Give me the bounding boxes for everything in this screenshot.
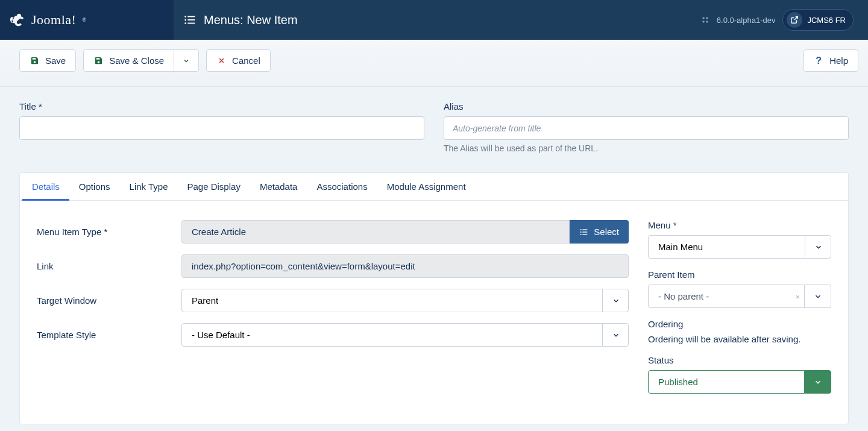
tab-metadata[interactable]: Metadata bbox=[250, 173, 307, 200]
tab-options[interactable]: Options bbox=[69, 173, 120, 200]
svg-point-10 bbox=[580, 229, 582, 230]
tab-associations[interactable]: Associations bbox=[307, 173, 377, 200]
svg-point-14 bbox=[580, 234, 582, 235]
joomla-icon bbox=[10, 11, 27, 28]
template-row: Template Style bbox=[37, 323, 629, 347]
menu-field: Menu * bbox=[648, 220, 831, 259]
version-label: 6.0.0-alpha1-dev bbox=[717, 16, 776, 25]
svg-point-2 bbox=[184, 19, 186, 21]
select-label: Select bbox=[594, 227, 619, 237]
status-value[interactable]: Published bbox=[648, 370, 805, 394]
header-right: 6.0.0-alpha1-dev JCMS6 FR bbox=[701, 9, 868, 31]
title-field-wrap: Title * bbox=[19, 101, 424, 153]
link-value: index.php?option=com_content&view=form&l… bbox=[181, 254, 629, 278]
header-bar: Joomla!® Menus: New Item 6.0.0-alpha1-de… bbox=[0, 0, 868, 40]
help-label: Help bbox=[829, 55, 848, 66]
parent-label: Parent Item bbox=[648, 269, 831, 280]
template-label: Template Style bbox=[37, 330, 181, 340]
ordering-text: Ordering will be available after saving. bbox=[648, 334, 831, 344]
svg-point-4 bbox=[184, 22, 186, 24]
target-label: Target Window bbox=[37, 295, 181, 306]
tab-module-assignment[interactable]: Module Assignment bbox=[377, 173, 476, 200]
save-button[interactable]: Save bbox=[19, 49, 76, 72]
tab-body: Menu Item Type * Create Article Select L… bbox=[20, 201, 848, 424]
brand-cell: Joomla!® bbox=[0, 0, 174, 40]
title-input[interactable] bbox=[19, 116, 424, 140]
svg-rect-11 bbox=[583, 229, 588, 230]
chevron-down-icon bbox=[183, 57, 190, 64]
menu-item-type-label: Menu Item Type * bbox=[37, 227, 181, 237]
status-field: Status Published bbox=[648, 355, 831, 394]
tab-link-type[interactable]: Link Type bbox=[120, 173, 178, 200]
target-row: Target Window bbox=[37, 289, 629, 312]
target-select[interactable] bbox=[181, 289, 629, 312]
svg-rect-13 bbox=[583, 231, 588, 232]
help-button[interactable]: ? Help bbox=[804, 49, 858, 72]
brand-name: Joomla! bbox=[31, 12, 76, 28]
external-link-icon bbox=[787, 12, 802, 28]
alias-hint: The Alias will be used as part of the UR… bbox=[444, 143, 849, 153]
menu-select[interactable] bbox=[648, 235, 831, 259]
top-fields: Title * Alias The Alias will be used as … bbox=[19, 101, 849, 153]
alias-field-wrap: Alias The Alias will be used as part of … bbox=[444, 101, 849, 153]
alias-label: Alias bbox=[444, 101, 849, 112]
trademark: ® bbox=[82, 17, 86, 23]
close-icon bbox=[216, 56, 226, 66]
svg-point-8 bbox=[702, 20, 705, 23]
cancel-label: Cancel bbox=[232, 55, 260, 66]
svg-rect-5 bbox=[187, 23, 195, 24]
joomla-small-icon bbox=[701, 16, 709, 24]
svg-rect-1 bbox=[187, 16, 195, 17]
svg-point-0 bbox=[184, 16, 186, 17]
tab-details[interactable]: Details bbox=[22, 173, 69, 200]
link-row: Link index.php?option=com_content&view=f… bbox=[37, 254, 629, 278]
ordering-label: Ordering bbox=[648, 319, 831, 329]
svg-point-9 bbox=[706, 20, 708, 23]
save-close-button[interactable]: Save & Close bbox=[83, 49, 174, 72]
tab-page-display[interactable]: Page Display bbox=[178, 173, 250, 200]
details-left: Menu Item Type * Create Article Select L… bbox=[37, 220, 629, 404]
form-zone: Title * Alias The Alias will be used as … bbox=[0, 87, 868, 424]
toolbar: Save Save & Close Cancel ? Help bbox=[0, 40, 868, 87]
clear-icon[interactable]: × bbox=[795, 292, 800, 301]
save-label: Save bbox=[45, 55, 66, 66]
ordering-field: Ordering Ordering will be available afte… bbox=[648, 319, 831, 344]
alias-input[interactable] bbox=[444, 116, 849, 140]
site-badge[interactable]: JCMS6 FR bbox=[782, 9, 854, 31]
svg-point-7 bbox=[706, 17, 708, 19]
cancel-button[interactable]: Cancel bbox=[206, 49, 271, 72]
svg-rect-15 bbox=[583, 234, 588, 234]
list-icon bbox=[183, 13, 197, 27]
menu-item-type-row: Menu Item Type * Create Article Select bbox=[37, 220, 629, 244]
brand-logo[interactable]: Joomla!® bbox=[10, 11, 86, 28]
svg-point-12 bbox=[580, 231, 582, 233]
link-label: Link bbox=[37, 261, 181, 271]
save-icon bbox=[30, 56, 39, 66]
template-select[interactable] bbox=[181, 323, 629, 347]
page-title: Menus: New Item bbox=[204, 13, 298, 27]
page-title-wrap: Menus: New Item bbox=[174, 13, 701, 27]
save-close-group: Save & Close bbox=[83, 49, 199, 72]
site-label: JCMS6 FR bbox=[807, 16, 846, 25]
menu-label: Menu * bbox=[648, 220, 831, 230]
details-sidebar: Menu * Parent Item - No parent - × bbox=[648, 220, 831, 404]
parent-value[interactable]: - No parent - bbox=[648, 285, 805, 308]
save-icon bbox=[93, 56, 103, 66]
svg-rect-3 bbox=[187, 19, 195, 20]
tabs-row: Details Options Link Type Page Display M… bbox=[20, 173, 848, 201]
status-dropdown-button[interactable] bbox=[805, 370, 831, 394]
tabs-panel: Details Options Link Type Page Display M… bbox=[19, 172, 849, 424]
svg-point-6 bbox=[702, 17, 705, 19]
parent-dropdown-button[interactable] bbox=[805, 285, 831, 308]
help-icon: ? bbox=[814, 56, 823, 66]
toolbar-left: Save Save & Close Cancel bbox=[19, 49, 271, 72]
select-type-button[interactable]: Select bbox=[570, 220, 629, 244]
menu-item-type-value: Create Article bbox=[181, 220, 570, 244]
save-dropdown-button[interactable] bbox=[174, 49, 199, 72]
save-close-label: Save & Close bbox=[109, 55, 164, 66]
parent-field: Parent Item - No parent - × bbox=[648, 269, 831, 308]
title-label: Title * bbox=[19, 101, 424, 112]
status-label: Status bbox=[648, 355, 831, 365]
list-icon bbox=[579, 227, 589, 237]
